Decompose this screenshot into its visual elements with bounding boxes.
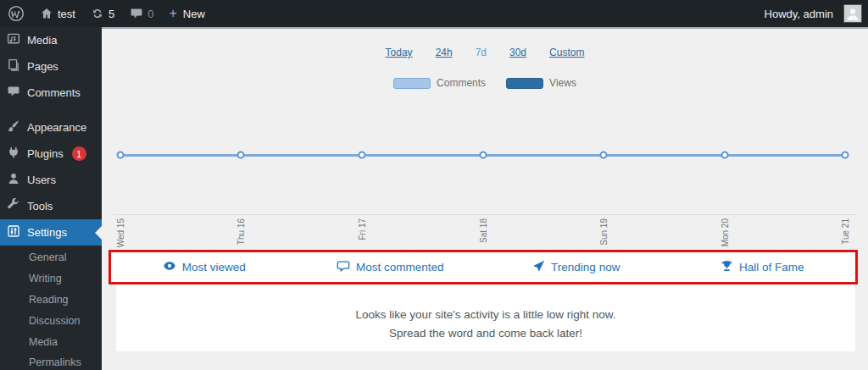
site-name: test: [58, 8, 75, 20]
data-point[interactable]: [599, 152, 607, 159]
sidebar-item-label: Tools: [27, 200, 53, 213]
sidebar-item-users[interactable]: Users: [0, 167, 102, 193]
pages-icon: [7, 58, 20, 75]
tab-trending-now[interactable]: Trending now: [483, 252, 670, 282]
new-label: New: [183, 8, 205, 20]
plus-icon: +: [169, 7, 176, 20]
legend-label: Views: [549, 77, 576, 89]
x-axis-line: [114, 214, 857, 215]
x-axis-label: Sat 18: [478, 218, 487, 243]
data-point[interactable]: [842, 152, 849, 159]
main-content: Today24h7d30dCustom Comments Views Wed 1…: [102, 27, 868, 370]
legend-item-views[interactable]: Views: [506, 77, 576, 89]
x-axis-label: Tue 21: [841, 218, 850, 245]
paper-plane-icon: [532, 260, 545, 275]
sidebar-item-label: Media: [27, 34, 57, 47]
sidebar-item-plugins[interactable]: Plugins 1: [0, 141, 102, 167]
data-point[interactable]: [237, 152, 245, 159]
sidebar-item-label: Users: [27, 174, 56, 186]
empty-state-line2: Spread the word and come back later!: [116, 324, 855, 343]
empty-state-message: Looks like your site's activity is a lit…: [116, 284, 855, 351]
sidebar-item-pages[interactable]: Pages: [0, 53, 102, 80]
data-point[interactable]: [721, 152, 728, 159]
admin-bar: test 5 0 + New Howdy, admin: [0, 0, 868, 27]
trophy-icon: [721, 260, 733, 275]
settings-icon: [7, 224, 20, 240]
tab-label: Trending now: [551, 261, 620, 273]
views-legend-swatch: [506, 78, 543, 89]
filter-today[interactable]: Today: [386, 47, 413, 58]
x-axis-label: Sun 19: [598, 218, 608, 246]
tab-label: Hall of Fame: [739, 261, 804, 273]
wordpress-logo-icon: [8, 5, 25, 22]
comments-count: 0: [147, 8, 153, 20]
users-icon: [7, 172, 20, 188]
home-icon: [40, 7, 53, 20]
submenu-item-discussion[interactable]: Discussion: [0, 311, 102, 332]
tab-most-viewed[interactable]: Most viewed: [111, 252, 298, 282]
submenu-item-permalinks[interactable]: Permalinks: [0, 352, 102, 370]
x-axis-label: Thu 16: [236, 218, 246, 245]
sidebar-item-comments[interactable]: Comments: [0, 80, 102, 106]
legend-item-comments[interactable]: Comments: [393, 77, 506, 89]
eye-icon: [163, 259, 176, 275]
submenu-item-reading[interactable]: Reading: [0, 290, 102, 311]
sidebar-item-label: Comments: [27, 86, 81, 99]
tab-hall-of-fame[interactable]: Hall of Fame: [670, 252, 856, 282]
tab-label: Most viewed: [182, 261, 246, 273]
sidebar-item-settings[interactable]: Settings: [0, 219, 102, 246]
filter-7d[interactable]: 7d: [476, 47, 487, 58]
tab-label: Most commented: [356, 261, 444, 273]
howdy-text: Howdy, admin: [765, 8, 833, 20]
comments-link[interactable]: 0: [122, 0, 161, 27]
user-avatar: [843, 4, 862, 23]
comment-bubble-icon: [130, 7, 143, 20]
submenu-item-general[interactable]: General: [0, 247, 102, 268]
empty-state-line1: Looks like your site's activity is a lit…: [116, 306, 855, 324]
wordpress-logo-menu[interactable]: [0, 0, 32, 27]
chart-legend: Comments Views: [102, 77, 868, 89]
content-top-divider: [102, 27, 868, 29]
comment-icon: [337, 259, 350, 275]
appearance-icon: [7, 119, 20, 135]
filter-custom[interactable]: Custom: [549, 47, 584, 58]
wordpress-admin-screen: test 5 0 + New Howdy, admin: [0, 0, 868, 370]
sidebar-item-media[interactable]: Media: [0, 27, 102, 53]
submenu-item-writing[interactable]: Writing: [0, 268, 102, 290]
submenu-item-media[interactable]: Media: [0, 332, 102, 353]
data-point[interactable]: [358, 152, 365, 159]
time-filters: Today24h7d30dCustom: [102, 47, 868, 58]
media-icon: [7, 32, 20, 48]
comments-icon: [7, 85, 20, 101]
comments-legend-swatch: [393, 78, 431, 89]
new-content-menu[interactable]: + New: [161, 0, 212, 27]
filter-24h[interactable]: 24h: [436, 47, 453, 58]
sidebar-item-label: Settings: [27, 226, 67, 239]
tools-icon: [7, 198, 20, 214]
data-point[interactable]: [117, 152, 125, 159]
tab-most-commented[interactable]: Most commented: [298, 252, 484, 282]
popular-posts-tabs: Most viewed Most commented Trending now …: [108, 250, 858, 284]
plugins-update-badge: 1: [72, 146, 86, 161]
admin-sidebar-menu: Media Pages Comments Appearance Plugins …: [0, 27, 102, 370]
data-point[interactable]: [479, 152, 487, 159]
filter-30d[interactable]: 30d: [509, 47, 526, 58]
settings-submenu: General Writing Reading Discussion Media…: [0, 246, 102, 370]
plugins-icon: [7, 146, 20, 162]
my-account-menu[interactable]: Howdy, admin: [757, 0, 868, 27]
updates-link[interactable]: 5: [83, 0, 122, 27]
active-menu-arrow: [95, 226, 102, 240]
x-axis-label: Wed 15: [116, 218, 125, 247]
x-axis-label: Mon 20: [720, 218, 729, 246]
legend-label: Comments: [437, 77, 486, 89]
x-axis-label: Fri 17: [357, 218, 366, 240]
sidebar-item-label: Appearance: [27, 121, 86, 134]
sidebar-item-label: Plugins: [27, 147, 64, 160]
sidebar-item-appearance[interactable]: Appearance: [0, 114, 102, 141]
updates-icon: [91, 7, 104, 20]
site-name-link[interactable]: test: [32, 0, 83, 27]
sidebar-item-label: Pages: [27, 60, 58, 73]
updates-count: 5: [108, 8, 114, 20]
chart-plot: [120, 96, 845, 214]
sidebar-item-tools[interactable]: Tools: [0, 193, 102, 219]
